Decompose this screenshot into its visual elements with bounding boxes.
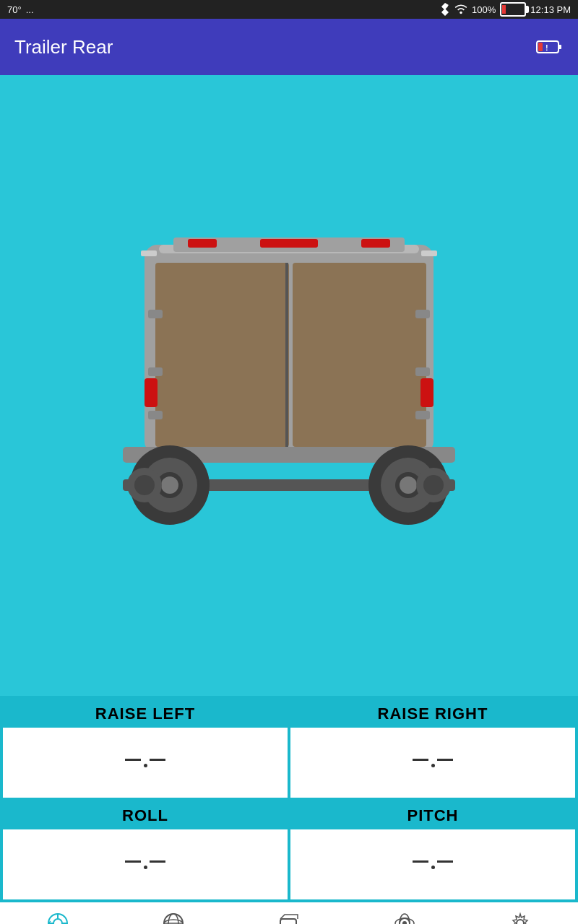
svg-rect-37 <box>421 250 437 256</box>
svg-rect-20 <box>144 378 158 407</box>
config-icon <box>509 912 532 925</box>
trailer-rear-svg <box>101 223 477 526</box>
svg-rect-36 <box>141 250 157 256</box>
pitch-cell[interactable]: PITCH <box>290 801 575 899</box>
top-icon <box>162 912 185 925</box>
raise-right-label: RAISE RIGHT <box>290 699 575 728</box>
svg-point-56 <box>517 920 524 925</box>
status-bar: 70° ... 100% 12:13 PM <box>0 0 578 19</box>
roll-indicator <box>125 860 165 869</box>
battery-warning-icon: ! <box>536 39 564 55</box>
battery-indicator <box>500 2 526 17</box>
svg-point-39 <box>53 919 62 925</box>
svg-point-53 <box>402 921 407 925</box>
svg-rect-17 <box>415 310 430 318</box>
svg-point-31 <box>400 476 417 494</box>
raise-left-value[interactable] <box>3 728 288 798</box>
bluetooth-icon <box>440 3 450 16</box>
gimbal-icon <box>393 912 416 925</box>
pitch-value[interactable] <box>290 829 575 899</box>
raise-left-indicator <box>125 759 165 767</box>
nav-back[interactable]: Back <box>0 902 116 924</box>
roll-value[interactable] <box>3 829 288 899</box>
trailer-view-area <box>0 75 578 696</box>
svg-rect-9 <box>260 239 318 248</box>
raise-right-cell[interactable]: RAISE RIGHT <box>290 699 575 798</box>
bottom-nav: Back Top Side <box>0 902 578 924</box>
wifi-icon <box>454 4 467 14</box>
svg-rect-3 <box>538 43 543 51</box>
status-right: 100% 12:13 PM <box>440 2 571 17</box>
raise-right-indicator <box>413 759 453 767</box>
app-bar-battery: ! <box>536 39 564 55</box>
trailer-image <box>101 223 477 526</box>
app-bar: Trailer Rear ! <box>0 19 578 75</box>
nav-gimbal[interactable]: Gimbal <box>347 902 462 924</box>
raise-right-value[interactable] <box>290 728 575 798</box>
nav-side[interactable]: Side <box>231 902 347 924</box>
raise-left-label: RAISE LEFT <box>3 699 288 728</box>
svg-rect-21 <box>420 378 434 407</box>
time: 12:13 PM <box>530 4 571 15</box>
svg-text:!: ! <box>545 43 548 52</box>
svg-rect-48 <box>280 919 296 925</box>
svg-rect-19 <box>415 411 430 419</box>
svg-point-0 <box>460 12 462 14</box>
svg-point-30 <box>161 476 178 494</box>
status-left: 70° ... <box>7 4 34 15</box>
svg-rect-14 <box>148 310 163 318</box>
svg-rect-8 <box>188 239 217 248</box>
controls-area: RAISE LEFT RAISE RIGHT ROL <box>0 696 578 902</box>
svg-rect-16 <box>148 411 163 419</box>
svg-rect-12 <box>293 263 426 447</box>
nav-top[interactable]: Top <box>116 902 231 924</box>
ellipsis: ... <box>26 4 34 15</box>
svg-rect-2 <box>558 45 561 49</box>
back-icon <box>46 912 69 925</box>
page-title: Trailer Rear <box>14 36 113 58</box>
pitch-label: PITCH <box>290 801 575 829</box>
svg-point-35 <box>423 475 444 495</box>
svg-rect-10 <box>361 239 390 248</box>
svg-point-33 <box>134 475 155 495</box>
raise-left-cell[interactable]: RAISE LEFT <box>3 699 288 798</box>
battery-percent: 100% <box>472 4 496 15</box>
svg-rect-18 <box>415 367 430 376</box>
svg-rect-15 <box>148 367 163 376</box>
nav-config[interactable]: Config <box>462 902 578 924</box>
roll-cell[interactable]: ROLL <box>3 801 288 899</box>
svg-rect-11 <box>155 263 289 447</box>
side-icon <box>277 912 301 925</box>
roll-label: ROLL <box>3 801 288 829</box>
temperature: 70° <box>7 4 22 15</box>
pitch-indicator <box>413 860 453 869</box>
